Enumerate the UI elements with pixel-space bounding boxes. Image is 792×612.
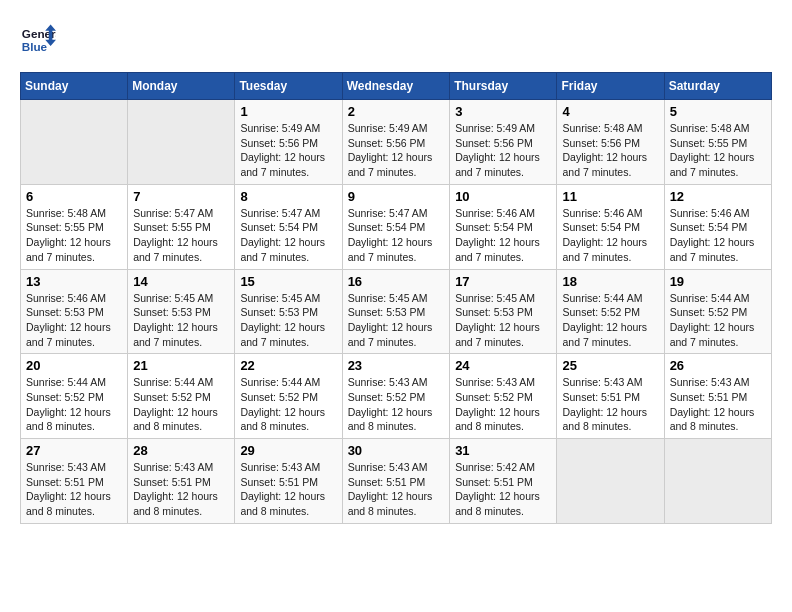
day-number: 25 [562, 358, 658, 373]
day-info: Sunrise: 5:43 AM Sunset: 5:51 PM Dayligh… [562, 375, 658, 434]
calendar-cell [557, 439, 664, 524]
day-number: 5 [670, 104, 766, 119]
page-header: General Blue [20, 20, 772, 56]
calendar-table: SundayMondayTuesdayWednesdayThursdayFrid… [20, 72, 772, 524]
day-info: Sunrise: 5:49 AM Sunset: 5:56 PM Dayligh… [348, 121, 445, 180]
calendar-cell: 7Sunrise: 5:47 AM Sunset: 5:55 PM Daylig… [128, 184, 235, 269]
weekday-header-friday: Friday [557, 73, 664, 100]
day-number: 23 [348, 358, 445, 373]
day-number: 2 [348, 104, 445, 119]
calendar-cell: 16Sunrise: 5:45 AM Sunset: 5:53 PM Dayli… [342, 269, 450, 354]
day-number: 4 [562, 104, 658, 119]
day-number: 30 [348, 443, 445, 458]
day-info: Sunrise: 5:43 AM Sunset: 5:52 PM Dayligh… [455, 375, 551, 434]
day-number: 7 [133, 189, 229, 204]
day-number: 21 [133, 358, 229, 373]
day-number: 16 [348, 274, 445, 289]
day-info: Sunrise: 5:46 AM Sunset: 5:54 PM Dayligh… [670, 206, 766, 265]
week-row-1: 1Sunrise: 5:49 AM Sunset: 5:56 PM Daylig… [21, 100, 772, 185]
day-number: 19 [670, 274, 766, 289]
day-info: Sunrise: 5:43 AM Sunset: 5:52 PM Dayligh… [348, 375, 445, 434]
calendar-cell: 3Sunrise: 5:49 AM Sunset: 5:56 PM Daylig… [450, 100, 557, 185]
calendar-cell: 31Sunrise: 5:42 AM Sunset: 5:51 PM Dayli… [450, 439, 557, 524]
calendar-cell: 30Sunrise: 5:43 AM Sunset: 5:51 PM Dayli… [342, 439, 450, 524]
calendar-cell [21, 100, 128, 185]
calendar-cell: 15Sunrise: 5:45 AM Sunset: 5:53 PM Dayli… [235, 269, 342, 354]
day-info: Sunrise: 5:43 AM Sunset: 5:51 PM Dayligh… [670, 375, 766, 434]
calendar-cell: 10Sunrise: 5:46 AM Sunset: 5:54 PM Dayli… [450, 184, 557, 269]
weekday-header-monday: Monday [128, 73, 235, 100]
day-info: Sunrise: 5:44 AM Sunset: 5:52 PM Dayligh… [133, 375, 229, 434]
calendar-cell: 28Sunrise: 5:43 AM Sunset: 5:51 PM Dayli… [128, 439, 235, 524]
calendar-cell: 11Sunrise: 5:46 AM Sunset: 5:54 PM Dayli… [557, 184, 664, 269]
calendar-cell: 9Sunrise: 5:47 AM Sunset: 5:54 PM Daylig… [342, 184, 450, 269]
day-info: Sunrise: 5:48 AM Sunset: 5:55 PM Dayligh… [670, 121, 766, 180]
calendar-cell: 21Sunrise: 5:44 AM Sunset: 5:52 PM Dayli… [128, 354, 235, 439]
weekday-header-wednesday: Wednesday [342, 73, 450, 100]
week-row-5: 27Sunrise: 5:43 AM Sunset: 5:51 PM Dayli… [21, 439, 772, 524]
calendar-cell: 27Sunrise: 5:43 AM Sunset: 5:51 PM Dayli… [21, 439, 128, 524]
day-number: 20 [26, 358, 122, 373]
day-number: 1 [240, 104, 336, 119]
calendar-cell [128, 100, 235, 185]
logo: General Blue [20, 20, 56, 56]
calendar-cell: 1Sunrise: 5:49 AM Sunset: 5:56 PM Daylig… [235, 100, 342, 185]
day-info: Sunrise: 5:49 AM Sunset: 5:56 PM Dayligh… [455, 121, 551, 180]
svg-text:Blue: Blue [22, 40, 48, 53]
day-info: Sunrise: 5:46 AM Sunset: 5:53 PM Dayligh… [26, 291, 122, 350]
day-number: 24 [455, 358, 551, 373]
week-row-2: 6Sunrise: 5:48 AM Sunset: 5:55 PM Daylig… [21, 184, 772, 269]
day-number: 14 [133, 274, 229, 289]
day-number: 11 [562, 189, 658, 204]
calendar-cell: 24Sunrise: 5:43 AM Sunset: 5:52 PM Dayli… [450, 354, 557, 439]
week-row-4: 20Sunrise: 5:44 AM Sunset: 5:52 PM Dayli… [21, 354, 772, 439]
day-number: 6 [26, 189, 122, 204]
day-info: Sunrise: 5:47 AM Sunset: 5:55 PM Dayligh… [133, 206, 229, 265]
calendar-cell: 4Sunrise: 5:48 AM Sunset: 5:56 PM Daylig… [557, 100, 664, 185]
day-info: Sunrise: 5:48 AM Sunset: 5:55 PM Dayligh… [26, 206, 122, 265]
calendar-cell: 5Sunrise: 5:48 AM Sunset: 5:55 PM Daylig… [664, 100, 771, 185]
day-number: 13 [26, 274, 122, 289]
day-number: 26 [670, 358, 766, 373]
day-info: Sunrise: 5:42 AM Sunset: 5:51 PM Dayligh… [455, 460, 551, 519]
day-info: Sunrise: 5:48 AM Sunset: 5:56 PM Dayligh… [562, 121, 658, 180]
day-number: 27 [26, 443, 122, 458]
day-number: 9 [348, 189, 445, 204]
calendar-cell: 12Sunrise: 5:46 AM Sunset: 5:54 PM Dayli… [664, 184, 771, 269]
day-info: Sunrise: 5:44 AM Sunset: 5:52 PM Dayligh… [670, 291, 766, 350]
calendar-cell: 8Sunrise: 5:47 AM Sunset: 5:54 PM Daylig… [235, 184, 342, 269]
day-info: Sunrise: 5:43 AM Sunset: 5:51 PM Dayligh… [348, 460, 445, 519]
calendar-cell [664, 439, 771, 524]
day-number: 18 [562, 274, 658, 289]
day-info: Sunrise: 5:49 AM Sunset: 5:56 PM Dayligh… [240, 121, 336, 180]
day-info: Sunrise: 5:46 AM Sunset: 5:54 PM Dayligh… [455, 206, 551, 265]
weekday-header-tuesday: Tuesday [235, 73, 342, 100]
day-info: Sunrise: 5:43 AM Sunset: 5:51 PM Dayligh… [133, 460, 229, 519]
day-number: 31 [455, 443, 551, 458]
day-info: Sunrise: 5:47 AM Sunset: 5:54 PM Dayligh… [348, 206, 445, 265]
calendar-cell: 19Sunrise: 5:44 AM Sunset: 5:52 PM Dayli… [664, 269, 771, 354]
day-info: Sunrise: 5:47 AM Sunset: 5:54 PM Dayligh… [240, 206, 336, 265]
day-info: Sunrise: 5:45 AM Sunset: 5:53 PM Dayligh… [455, 291, 551, 350]
calendar-cell: 18Sunrise: 5:44 AM Sunset: 5:52 PM Dayli… [557, 269, 664, 354]
day-number: 10 [455, 189, 551, 204]
calendar-cell: 26Sunrise: 5:43 AM Sunset: 5:51 PM Dayli… [664, 354, 771, 439]
day-number: 22 [240, 358, 336, 373]
weekday-header-row: SundayMondayTuesdayWednesdayThursdayFrid… [21, 73, 772, 100]
day-info: Sunrise: 5:43 AM Sunset: 5:51 PM Dayligh… [240, 460, 336, 519]
day-info: Sunrise: 5:43 AM Sunset: 5:51 PM Dayligh… [26, 460, 122, 519]
day-info: Sunrise: 5:45 AM Sunset: 5:53 PM Dayligh… [133, 291, 229, 350]
day-number: 15 [240, 274, 336, 289]
calendar-cell: 29Sunrise: 5:43 AM Sunset: 5:51 PM Dayli… [235, 439, 342, 524]
day-info: Sunrise: 5:45 AM Sunset: 5:53 PM Dayligh… [348, 291, 445, 350]
calendar-cell: 23Sunrise: 5:43 AM Sunset: 5:52 PM Dayli… [342, 354, 450, 439]
calendar-cell: 14Sunrise: 5:45 AM Sunset: 5:53 PM Dayli… [128, 269, 235, 354]
weekday-header-thursday: Thursday [450, 73, 557, 100]
week-row-3: 13Sunrise: 5:46 AM Sunset: 5:53 PM Dayli… [21, 269, 772, 354]
day-number: 28 [133, 443, 229, 458]
calendar-cell: 20Sunrise: 5:44 AM Sunset: 5:52 PM Dayli… [21, 354, 128, 439]
day-info: Sunrise: 5:44 AM Sunset: 5:52 PM Dayligh… [240, 375, 336, 434]
logo-icon: General Blue [20, 20, 56, 56]
calendar-cell: 13Sunrise: 5:46 AM Sunset: 5:53 PM Dayli… [21, 269, 128, 354]
calendar-cell: 25Sunrise: 5:43 AM Sunset: 5:51 PM Dayli… [557, 354, 664, 439]
